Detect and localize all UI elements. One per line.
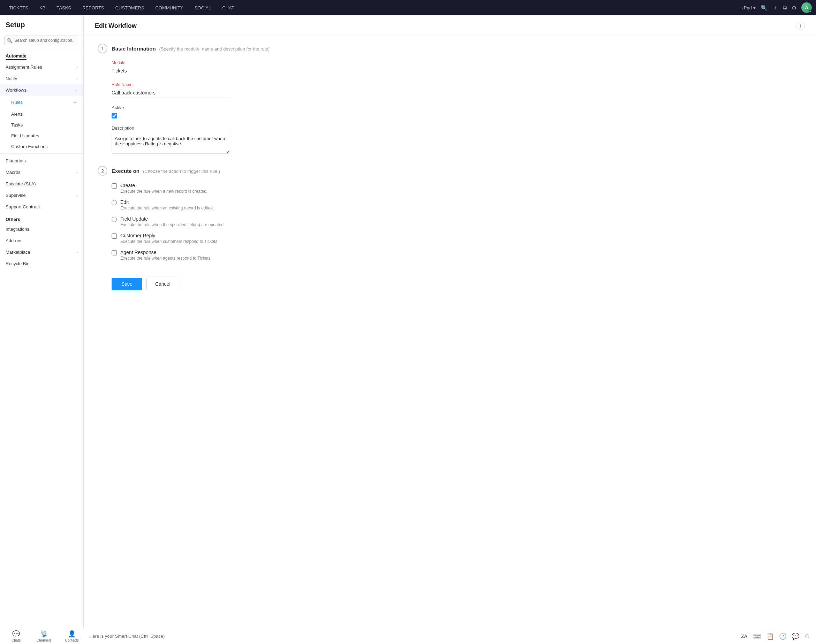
nav-tasks[interactable]: TASKS: [52, 3, 76, 12]
agent-response-checkbox[interactable]: [112, 250, 117, 255]
sidebar-item-assignment-rules[interactable]: Assignment Rules ›: [0, 61, 83, 73]
nav-reports[interactable]: REPORTS: [77, 3, 109, 12]
edit-title: Edit: [120, 199, 214, 205]
field-update-desc: Execute the rule when the specified fiel…: [120, 222, 225, 227]
add-icon[interactable]: ＋: [772, 4, 778, 11]
rule-name-label: Rule Name: [112, 82, 802, 87]
rule-name-value[interactable]: Call back customers: [112, 89, 230, 98]
channels-icon: 📡: [40, 630, 48, 638]
nav-customers[interactable]: CUSTOMERS: [111, 3, 149, 12]
sidebar-item-supervise[interactable]: Supervise ›: [0, 190, 83, 201]
za-icon[interactable]: ZA: [741, 633, 748, 639]
sidebar-item-macros[interactable]: Macros ›: [0, 167, 83, 178]
sidebar-item-support-contract[interactable]: Support Contract: [0, 201, 83, 213]
rule-name-group: Rule Name Call back customers: [98, 82, 802, 98]
contacts-label: Contacts: [65, 638, 78, 642]
sidebar-item-notify[interactable]: Notify ›: [0, 73, 83, 84]
sidebar-item-addons[interactable]: Add-ons: [0, 235, 83, 246]
sidebar-sub-item-tasks[interactable]: Tasks: [0, 120, 83, 130]
create-checkbox[interactable]: [112, 183, 117, 189]
keyboard-icon[interactable]: ⌨: [753, 633, 762, 640]
description-label: Description: [112, 126, 802, 131]
step2-section: 2 Execute on (Choose the action to trigg…: [98, 166, 802, 261]
clipboard-icon[interactable]: 📋: [767, 633, 774, 640]
step2-header: 2 Execute on (Choose the action to trigg…: [98, 166, 802, 176]
step2-subtitle: (Choose the action to trigger this rule.…: [143, 169, 220, 174]
sidebar-search-container: 🔍: [0, 32, 83, 49]
info-button[interactable]: i: [796, 21, 805, 30]
bottom-tab-channels[interactable]: 📡 Channels: [34, 630, 54, 642]
module-label: Module: [112, 60, 802, 65]
nav-social[interactable]: SOCIAL: [190, 3, 216, 12]
agent-response-desc: Execute the rule when agents respond to …: [120, 256, 211, 261]
step1-title: Basic Information: [112, 46, 156, 52]
option-agent-response: Agent Response Execute the rule when age…: [112, 250, 802, 261]
top-navigation: TICKETS KB TASKS REPORTS CUSTOMERS COMMU…: [0, 0, 816, 15]
customer-reply-desc: Execute the rule when customers respond …: [120, 239, 217, 244]
add-rule-button[interactable]: ＋: [72, 99, 78, 106]
sidebar-sub-item-field-updates[interactable]: Field Updates: [0, 130, 83, 141]
settings-icon[interactable]: ⚙: [791, 5, 796, 11]
action-buttons: Save Cancel: [98, 272, 802, 296]
description-group: Description Assign a task to agents to c…: [98, 126, 802, 155]
step1-subtitle: (Specify the module, name and descriptio…: [159, 46, 270, 52]
edit-desc: Execute the rule when an existing record…: [120, 205, 214, 210]
clock-icon[interactable]: 🕐: [779, 633, 787, 640]
channels-label: Channels: [37, 638, 51, 642]
chevron-right-icon: ›: [76, 77, 78, 81]
edit-radio[interactable]: [112, 200, 117, 205]
smart-chat-icons: ZA ⌨ 📋 🕐 💬 ☺: [741, 633, 810, 640]
create-desc: Execute the rule when a new record is cr…: [120, 189, 207, 194]
sidebar-item-blueprints[interactable]: Blueprints: [0, 155, 83, 167]
notification-icon[interactable]: ⧉: [783, 5, 787, 11]
save-button[interactable]: Save: [112, 278, 142, 290]
step2-number: 2: [98, 166, 108, 176]
active-label: Active: [112, 105, 802, 110]
sidebar-search-input[interactable]: [4, 35, 79, 45]
chevron-right-icon: ›: [76, 193, 78, 198]
automate-section-title[interactable]: Automate: [0, 49, 83, 61]
emoji-icon[interactable]: ☺: [804, 633, 810, 640]
nav-community[interactable]: COMMUNITY: [150, 3, 188, 12]
smart-chat-input[interactable]: [89, 633, 734, 639]
zpad-menu[interactable]: zPad ▾: [741, 5, 756, 11]
sidebar-item-integrations[interactable]: Integrations: [0, 223, 83, 235]
sidebar-item-escalate[interactable]: Escalate (SLA): [0, 178, 83, 190]
sidebar-item-marketplace[interactable]: Marketplace ›: [0, 246, 83, 258]
search-icon[interactable]: 🔍: [761, 5, 768, 11]
step1-number: 1: [98, 44, 108, 53]
bottom-bar: 💬 Chats 📡 Channels 👤 Contacts ZA ⌨ 📋 🕐 💬…: [0, 628, 816, 644]
page-title: Edit Workflow: [95, 22, 137, 30]
active-checkbox[interactable]: [112, 113, 117, 118]
sidebar: Setup 🔍 Automate Assignment Rules › Noti…: [0, 15, 84, 628]
option-field-update: Field Update Execute the rule when the s…: [112, 216, 802, 227]
chevron-down-icon: ⌄: [75, 88, 78, 92]
chats-icon: 💬: [12, 630, 20, 638]
sidebar-sub-item-rules[interactable]: Rules ＋: [0, 96, 83, 109]
nav-tickets[interactable]: TICKETS: [4, 3, 33, 12]
description-textarea[interactable]: Assign a task to agents to call back the…: [112, 133, 230, 154]
main-header: Edit Workflow i: [84, 15, 816, 35]
bottom-tab-chats[interactable]: 💬 Chats: [6, 630, 26, 642]
sidebar-item-workflows[interactable]: Workflows ⌄: [0, 84, 83, 96]
nav-chat[interactable]: CHAT: [217, 3, 239, 12]
online-indicator: [809, 10, 812, 13]
sidebar-item-recycle-bin[interactable]: Recycle Bin: [0, 258, 83, 269]
zpad-label: zPad: [741, 5, 752, 11]
cancel-button[interactable]: Cancel: [146, 278, 179, 290]
field-update-radio[interactable]: [112, 217, 117, 222]
zpad-chevron-icon: ▾: [753, 5, 756, 11]
chevron-right-icon: ›: [76, 250, 78, 255]
nav-kb[interactable]: KB: [35, 3, 50, 12]
step2-title: Execute on: [112, 168, 140, 174]
sidebar-sub-item-custom-functions[interactable]: Custom Functions: [0, 141, 83, 152]
execute-options: Create Execute the rule when a new recor…: [98, 182, 802, 261]
step1-header: 1 Basic Information (Specify the module,…: [98, 44, 802, 53]
speech-icon[interactable]: 💬: [791, 633, 799, 640]
sidebar-sub-item-alerts[interactable]: Alerts: [0, 109, 83, 120]
module-value: Tickets: [112, 67, 230, 75]
user-avatar[interactable]: A: [801, 2, 812, 13]
option-edit: Edit Execute the rule when an existing r…: [112, 199, 802, 210]
bottom-tab-contacts[interactable]: 👤 Contacts: [61, 630, 82, 642]
customer-reply-checkbox[interactable]: [112, 233, 117, 239]
